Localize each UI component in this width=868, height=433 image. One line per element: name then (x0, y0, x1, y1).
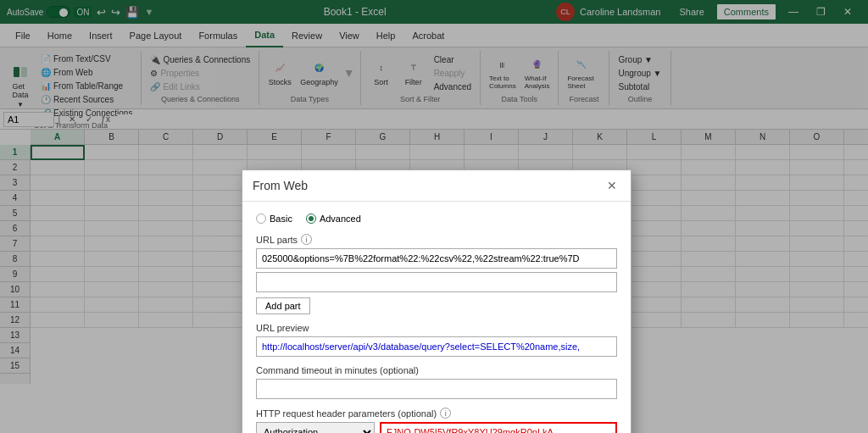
timeout-label: Command timeout in minutes (optional) (256, 365, 617, 375)
http-header-section: HTTP request header parameters (optional… (256, 408, 617, 433)
url-parts-input[interactable] (256, 248, 617, 269)
add-part-button[interactable]: Add part (256, 297, 310, 314)
from-web-dialog: From Web ✕ Basic Advanced (242, 169, 632, 433)
url-preview-section: URL preview (256, 323, 617, 357)
timeout-section: Command timeout in minutes (optional) (256, 365, 617, 399)
dialog-body: Basic Advanced URL parts i Add part (242, 202, 631, 433)
advanced-radio-label: Advanced (320, 214, 361, 224)
advanced-radio-circle (306, 214, 316, 224)
dialog-titlebar: From Web ✕ (242, 170, 631, 202)
header-key-select[interactable]: Authorization (256, 422, 375, 433)
url-parts-label: URL parts i (256, 234, 617, 245)
dialog-overlay: From Web ✕ Basic Advanced (0, 0, 868, 433)
http-header-label: HTTP request header parameters (optional… (256, 408, 617, 419)
http-header-info-icon[interactable]: i (440, 408, 451, 419)
url-parts-section: URL parts i Add part (256, 234, 617, 314)
radio-row: Basic Advanced (256, 214, 617, 224)
header-row: Authorization (256, 422, 617, 433)
dialog-title: From Web (253, 179, 308, 192)
radio-advanced[interactable]: Advanced (306, 214, 361, 224)
dialog-close-button[interactable]: ✕ (604, 177, 620, 194)
url-parts-input-2[interactable] (256, 272, 617, 292)
header-value-input[interactable] (380, 422, 617, 433)
url-preview-label: URL preview (256, 323, 617, 333)
basic-radio-label: Basic (270, 214, 292, 224)
url-preview-input[interactable] (256, 336, 617, 357)
radio-basic[interactable]: Basic (256, 214, 292, 224)
url-parts-info-icon[interactable]: i (301, 234, 312, 245)
basic-radio-circle (256, 214, 266, 224)
advanced-radio-dot (309, 216, 314, 221)
timeout-input[interactable] (256, 379, 617, 399)
